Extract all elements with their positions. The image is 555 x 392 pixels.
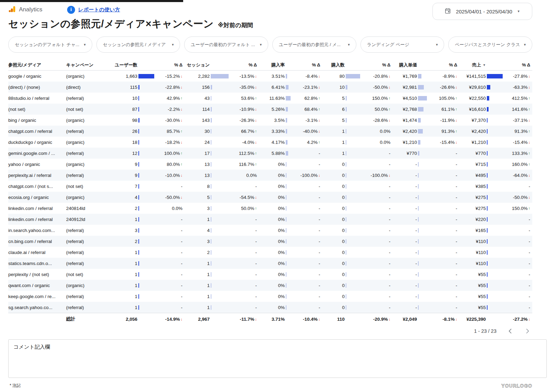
filter-dropdown-4[interactable]: ユーザーの最初の参照元 / メ...▼ [272, 36, 356, 53]
column-header-revenue_delta[interactable]: % Δ [503, 62, 532, 67]
filter-dropdown-3[interactable]: ユーザーの最初のデフォルト ...▼ [184, 36, 268, 53]
data-bar [487, 96, 503, 100]
report-header: Analytics i レポートの使い方 セッションの参照元/メディア×キャンペ… [0, 0, 555, 31]
data-bar [346, 129, 360, 134]
data-bar [346, 294, 360, 299]
column-header-sessions_delta[interactable]: % Δ [229, 62, 259, 67]
table-row: yahoo / organic(organic)980.0%↑13116.7%↑… [8, 159, 532, 170]
data-bar [211, 107, 229, 112]
table-row: (direct) / (none)(direct)115-22.8%↓156-3… [8, 82, 532, 93]
column-header-revenue[interactable]: 売上▼ [459, 62, 503, 68]
page-title-note: ※対前の期間 [218, 21, 253, 29]
data-bar [487, 272, 503, 277]
data-bar [211, 228, 229, 233]
cell-source_medium: gemini.google.com / ... [8, 151, 66, 156]
cell-users: 1,663 [112, 74, 154, 79]
arrow-down-icon: ↓ [318, 317, 321, 321]
column-header-users[interactable]: ユーザー数 [112, 62, 154, 68]
column-header-campaign[interactable]: キャンペーン [66, 62, 112, 68]
column-header-users_delta[interactable]: % Δ [154, 62, 185, 67]
cell-users_delta: -15.2%↓ [154, 74, 185, 79]
filter-dropdown-2[interactable]: セッションの参照元 / メディア▼ [96, 36, 180, 53]
data-bar [138, 294, 154, 299]
column-header-purchases_delta[interactable]: % Δ [360, 62, 392, 67]
cell-purchase_value: - [392, 250, 427, 255]
data-bar [487, 129, 503, 134]
cell-purchase_rate: 0% [259, 162, 291, 167]
data-bar [418, 184, 427, 189]
cell-purchase_value_delta: - [427, 173, 459, 178]
cell-users_delta: - [154, 261, 185, 266]
date-range-picker[interactable]: 2025/04/01 - 2025/04/30 ▼ [432, 3, 532, 20]
cell-sessions_delta: -11.7%↓ [229, 317, 259, 322]
data-bar [286, 107, 291, 112]
arrow-down-icon: ↓ [255, 107, 257, 111]
cell-sessions_delta: 53.6%↑ [229, 96, 259, 101]
comment-box[interactable]: コメント記入欄 [8, 339, 547, 378]
cell-revenue: ¥495 [459, 173, 503, 178]
column-header-purchase_value_delta[interactable]: % Δ [427, 62, 459, 67]
data-bar [138, 305, 154, 310]
filter-dropdown-6[interactable]: ページパスとスクリーン クラス▼ [448, 36, 532, 53]
prev-page-button[interactable] [507, 328, 514, 335]
table-row: linkedin.com / referral240814ld20.0%350.… [8, 203, 532, 214]
cell-purchase_rate_delta: 68.4%↑ [291, 107, 322, 112]
arrow-up-icon: ↑ [181, 96, 183, 100]
table-row: linkedin.com / referral240912ld1-1-0%-0-… [8, 214, 532, 225]
cell-purchase_value_delta: -8.9%↓ [427, 74, 459, 79]
cell-source_medium: keep.google.com / re... [8, 294, 66, 299]
cell-users_delta: 0.0% [154, 206, 185, 211]
column-header-sessions[interactable]: セッション [185, 62, 229, 68]
cell-purchase_value_delta: 105.0%↑ [427, 96, 459, 101]
column-header-purchase_rate[interactable]: 購入率 [259, 62, 291, 68]
cell-campaign: (organic) [66, 195, 112, 200]
data-bar [346, 195, 360, 200]
data-bar [418, 85, 427, 89]
cell-sessions: 1 [185, 294, 229, 299]
data-bar [211, 151, 229, 156]
data-bar [138, 206, 154, 211]
cell-users: 7 [112, 184, 154, 189]
cell-revenue: ¥275 [459, 206, 503, 211]
cell-source_medium: 88studio.io / referral [8, 96, 66, 101]
cell-purchase_rate: 0% [259, 239, 291, 244]
column-header-purchases[interactable]: 購入数 [322, 62, 360, 68]
cell-purchase_value: - [392, 228, 427, 233]
arrow-down-icon: ↓ [528, 140, 531, 144]
table-row: claude.ai / referral(referral)1-2-0%-0--… [8, 247, 532, 258]
data-bar [487, 250, 503, 255]
filter-label: セッションの参照元 / メディア [103, 42, 166, 48]
cell-purchase_rate_delta: -3.1%↓ [291, 118, 322, 123]
cell-sessions_delta: - [229, 184, 259, 189]
cell-campaign: (organic) [66, 140, 112, 145]
filter-dropdown-5[interactable]: ランディング ページ▼ [360, 36, 444, 53]
cell-purchases: 0 [322, 206, 360, 211]
data-bar [418, 107, 427, 112]
cell-users_delta: - [154, 239, 185, 244]
cell-sessions_delta: -54.5%↓ [229, 195, 259, 200]
column-header-purchase_value[interactable]: 購入単価 [392, 62, 427, 68]
cell-revenue: ¥110 [459, 250, 503, 255]
data-bar [418, 195, 427, 200]
column-header-purchase_rate_delta[interactable]: % Δ [291, 62, 322, 67]
data-bar [286, 206, 291, 211]
data-bar [138, 283, 154, 288]
arrow-up-icon: ↑ [255, 129, 257, 133]
cell-revenue: ¥2,420 [459, 129, 503, 134]
data-bar [418, 151, 427, 156]
next-page-button[interactable] [524, 328, 531, 335]
data-bar [346, 283, 360, 288]
filter-dropdown-1[interactable]: セッションのデフォルト チャ...▼ [8, 36, 92, 53]
report-help-link[interactable]: レポートの使い方 [78, 7, 120, 13]
cell-purchases_delta: -20.9%↓ [360, 317, 392, 322]
cell-campaign: (not set) [66, 272, 112, 277]
cell-sessions: 2 [185, 250, 229, 255]
data-bar [286, 239, 291, 244]
cell-purchase_rate_delta: - [291, 283, 322, 288]
cell-purchases_delta: -50.0%↓ [360, 85, 392, 90]
data-bar [346, 228, 360, 233]
column-header-source_medium[interactable]: 参照元/メディア [8, 62, 66, 68]
cell-source_medium: google / organic [8, 74, 66, 79]
data-bar [286, 195, 291, 200]
data-bar [418, 217, 427, 222]
